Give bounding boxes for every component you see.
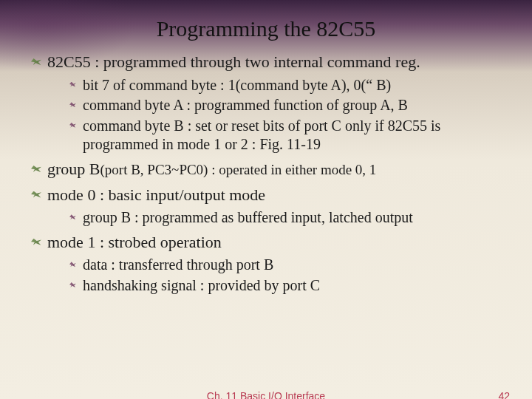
bullet-list-top: 82C55 : programmed through two internal … <box>30 52 507 296</box>
page-title: Programming the 82C55 <box>25 16 507 41</box>
footer-page-number: 42 <box>498 390 510 399</box>
bullet-82c55: 82C55 : programmed through two internal … <box>30 52 507 154</box>
bullet-text: mode 0 : basic input/output mode <box>47 185 265 204</box>
sub-list-mode1: data : transferred through port B handsh… <box>47 256 507 295</box>
sub-byteA: command byte A : programmed function of … <box>69 96 507 115</box>
footer-chapter: Ch. 11 Basic I/O Interface <box>0 390 532 399</box>
sub-bit7: bit 7 of command byte : 1(command byte A… <box>69 76 507 95</box>
bullet-mode1: mode 1 : strobed operation data : transf… <box>30 232 507 296</box>
bullet-text: 82C55 : programmed through two internal … <box>47 52 420 71</box>
sub-list-mode0: group B : programmed as buffered input, … <box>47 208 507 228</box>
sub-mode1-data: data : transferred through port B <box>69 256 507 275</box>
sub-byteB: command byte B : set or reset bits of po… <box>69 117 507 154</box>
sub-list-82c55: bit 7 of command byte : 1(command byte A… <box>47 76 507 154</box>
bullet-groupB: group B(port B, PC3~PC0) : operated in e… <box>30 159 507 180</box>
bullet-mode0: mode 0 : basic input/output mode group B… <box>30 185 507 228</box>
bullet-text: mode 1 : strobed operation <box>47 233 222 251</box>
sub-mode0-gb: group B : programmed as buffered input, … <box>69 208 507 228</box>
bullet-text: group B(port B, PC3~PC0) : operated in e… <box>47 160 376 178</box>
sub-mode1-hs: handshaking signal : provided by port C <box>69 276 507 296</box>
